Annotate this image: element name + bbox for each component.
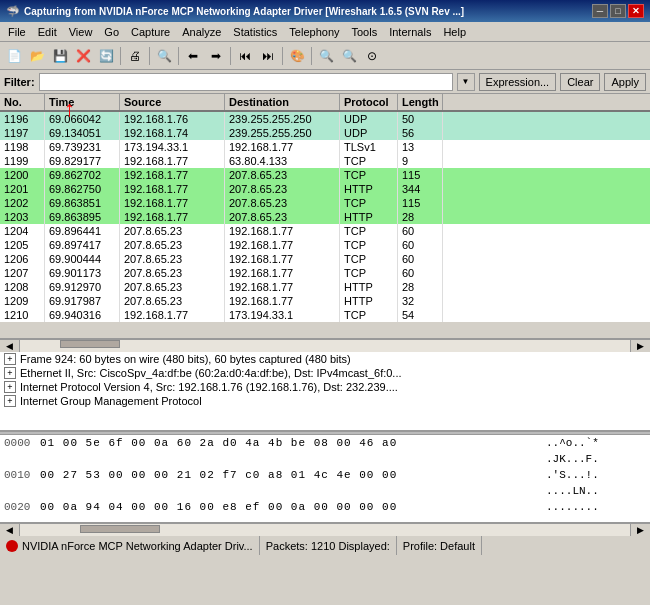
- clear-button[interactable]: Clear: [560, 73, 600, 91]
- go-last-btn[interactable]: ⏭: [257, 45, 279, 67]
- reload-btn[interactable]: 🔄: [95, 45, 117, 67]
- zoom-in-btn[interactable]: 🔍: [315, 45, 337, 67]
- expand-icon[interactable]: +: [4, 353, 16, 365]
- hex-hscroll-thumb[interactable]: [80, 525, 160, 533]
- color-filter-btn[interactable]: 🎨: [286, 45, 308, 67]
- packet-rows: 1196 69.066042 192.168.1.76 239.255.255.…: [0, 112, 650, 335]
- list-item[interactable]: + Ethernet II, Src: CiscoSpv_4a:df:be (6…: [0, 366, 650, 380]
- cell-time: 69.863851: [45, 196, 120, 210]
- list-item[interactable]: + Internet Group Management Protocol: [0, 394, 650, 408]
- hex-hscroll-left-btn[interactable]: ◀: [0, 524, 20, 536]
- table-row[interactable]: 1208 69.912970 207.8.65.23 192.168.1.77 …: [0, 280, 650, 294]
- cell-proto: HTTP: [340, 182, 398, 196]
- cell-time: 69.900444: [45, 252, 120, 266]
- go-first-btn[interactable]: ⏮: [234, 45, 256, 67]
- expand-icon[interactable]: +: [4, 395, 16, 407]
- cell-src: 192.168.1.76: [120, 112, 225, 126]
- expression-button[interactable]: Expression...: [479, 73, 557, 91]
- hex-row: 0010 00 27 53 00 00 00 21 02 f7 c0 a8 01…: [0, 467, 650, 499]
- menu-edit[interactable]: Edit: [32, 24, 63, 40]
- cell-time: 69.901173: [45, 266, 120, 280]
- detail-text: Internet Group Management Protocol: [20, 395, 202, 407]
- table-row[interactable]: 1209 69.917987 207.8.65.23 192.168.1.77 …: [0, 294, 650, 308]
- expand-icon[interactable]: +: [4, 367, 16, 379]
- find-btn[interactable]: 🔍: [153, 45, 175, 67]
- details-pane: + Frame 924: 60 bytes on wire (480 bits)…: [0, 351, 650, 431]
- packet-list-hscroll[interactable]: ◀ ▶: [0, 339, 650, 351]
- table-row[interactable]: 1199 69.829177 192.168.1.77 63.80.4.133 …: [0, 154, 650, 168]
- minimize-button[interactable]: ─: [592, 4, 608, 18]
- cell-no: 1210: [0, 308, 45, 322]
- hex-offset: 0000: [4, 435, 40, 467]
- hex-hscroll-right-btn[interactable]: ▶: [630, 524, 650, 536]
- expand-icon[interactable]: +: [4, 381, 16, 393]
- hex-hscroll[interactable]: ◀ ▶: [0, 523, 650, 535]
- zoom-out-btn[interactable]: 🔍: [338, 45, 360, 67]
- col-header-destination[interactable]: Destination: [225, 94, 340, 110]
- table-row[interactable]: 1205 69.897417 207.8.65.23 192.168.1.77 …: [0, 238, 650, 252]
- col-header-protocol[interactable]: Protocol: [340, 94, 398, 110]
- hex-ascii: .'S...!. ....LN..: [546, 467, 646, 499]
- table-row[interactable]: 1206 69.900444 207.8.65.23 192.168.1.77 …: [0, 252, 650, 266]
- cell-no: 1208: [0, 280, 45, 294]
- filter-bar: Filter: ▼ Expression... Clear Apply: [0, 70, 650, 94]
- close-capture-btn[interactable]: ❌: [72, 45, 94, 67]
- table-row[interactable]: 1201 69.862750 192.168.1.77 207.8.65.23 …: [0, 182, 650, 196]
- table-row[interactable]: 1203 69.863895 192.168.1.77 207.8.65.23 …: [0, 210, 650, 224]
- table-row[interactable]: 1207 69.901173 207.8.65.23 192.168.1.77 …: [0, 266, 650, 280]
- table-row[interactable]: 1202 69.863851 192.168.1.77 207.8.65.23 …: [0, 196, 650, 210]
- menu-help[interactable]: Help: [437, 24, 472, 40]
- filter-dropdown[interactable]: ▼: [457, 73, 475, 91]
- new-capture-btn[interactable]: 📄: [3, 45, 25, 67]
- cell-len: 28: [398, 210, 443, 224]
- filter-label: Filter:: [4, 76, 35, 88]
- prev-btn[interactable]: ⬅: [182, 45, 204, 67]
- table-row[interactable]: 1196 69.066042 192.168.1.76 239.255.255.…: [0, 112, 650, 126]
- cell-no: 1199: [0, 154, 45, 168]
- cell-time: 69.862702: [45, 168, 120, 182]
- maximize-button[interactable]: □: [610, 4, 626, 18]
- table-row[interactable]: 1197 69.134051 192.168.1.74 239.255.255.…: [0, 126, 650, 140]
- list-item[interactable]: + Internet Protocol Version 4, Src: 192.…: [0, 380, 650, 394]
- cell-len: 13: [398, 140, 443, 154]
- filter-input[interactable]: [39, 73, 453, 91]
- open-btn[interactable]: 📂: [26, 45, 48, 67]
- cell-proto: TCP: [340, 168, 398, 182]
- save-btn[interactable]: 💾: [49, 45, 71, 67]
- list-item[interactable]: + Frame 924: 60 bytes on wire (480 bits)…: [0, 352, 650, 366]
- cell-src: 192.168.1.77: [120, 210, 225, 224]
- menu-telephony[interactable]: Telephony: [283, 24, 345, 40]
- toolbar-separator-5: [282, 47, 283, 65]
- hscroll-thumb[interactable]: [60, 340, 120, 348]
- cell-len: 32: [398, 294, 443, 308]
- table-row[interactable]: 1200 69.862702 192.168.1.77 207.8.65.23 …: [0, 168, 650, 182]
- col-header-source[interactable]: Source: [120, 94, 225, 110]
- table-row[interactable]: 1198 69.739231 173.194.33.1 192.168.1.77…: [0, 140, 650, 154]
- menu-tools[interactable]: Tools: [346, 24, 384, 40]
- menu-statistics[interactable]: Statistics: [227, 24, 283, 40]
- cell-no: 1203: [0, 210, 45, 224]
- normal-size-btn[interactable]: ⊙: [361, 45, 383, 67]
- hscroll-right-btn[interactable]: ▶: [630, 340, 650, 352]
- menu-capture[interactable]: Capture: [125, 24, 176, 40]
- table-row[interactable]: 1204 69.896441 207.8.65.23 192.168.1.77 …: [0, 224, 650, 238]
- col-header-length[interactable]: Length: [398, 94, 443, 110]
- cell-len: 115: [398, 196, 443, 210]
- menu-view[interactable]: View: [63, 24, 99, 40]
- apply-button[interactable]: Apply: [604, 73, 646, 91]
- hscroll-left-btn[interactable]: ◀: [0, 340, 20, 352]
- next-btn[interactable]: ➡: [205, 45, 227, 67]
- hex-bytes: 00 0a 94 04 00 00 16 00 e8 ef 00 0a 00 0…: [40, 499, 538, 523]
- close-button[interactable]: ✕: [628, 4, 644, 18]
- menu-analyze[interactable]: Analyze: [176, 24, 227, 40]
- print-btn[interactable]: 🖨: [124, 45, 146, 67]
- menu-internals[interactable]: Internals: [383, 24, 437, 40]
- table-row[interactable]: 1210 69.940316 192.168.1.77 173.194.33.1…: [0, 308, 650, 322]
- menu-go[interactable]: Go: [98, 24, 125, 40]
- detail-text: Frame 924: 60 bytes on wire (480 bits), …: [20, 353, 351, 365]
- toolbar-separator-2: [149, 47, 150, 65]
- status-profile: Profile: Default: [397, 536, 482, 555]
- col-header-no[interactable]: No.: [0, 94, 45, 110]
- menu-file[interactable]: File: [2, 24, 32, 40]
- col-header-time[interactable]: Time: [45, 94, 120, 110]
